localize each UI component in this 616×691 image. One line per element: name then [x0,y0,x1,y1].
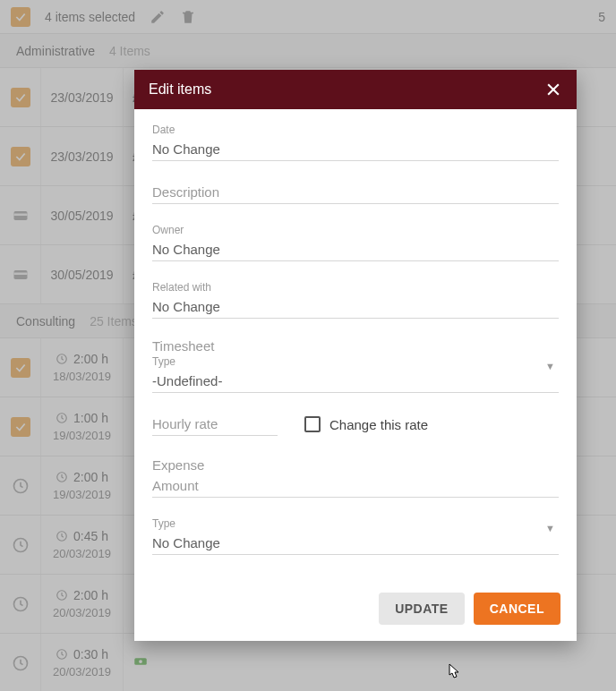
hourly-rate-input[interactable] [152,413,278,436]
related-input[interactable] [152,295,559,319]
close-icon[interactable] [544,81,562,98]
checkbox-icon [304,416,321,432]
change-rate-checkbox[interactable]: Change this rate [304,416,428,432]
expense-section-title: Expense [152,457,559,473]
update-button[interactable]: UPDATE [379,593,465,625]
description-input[interactable] [152,181,559,204]
chevron-down-icon: ▼ [545,361,555,371]
owner-label: Owner [152,224,559,236]
amount-input[interactable] [152,474,559,498]
chevron-down-icon: ▼ [545,523,555,533]
modal-title: Edit items [149,81,211,98]
type2-label: Type [152,517,559,530]
type-select[interactable] [152,370,559,393]
timesheet-section-title: Timesheet [152,338,559,354]
date-label: Date [152,124,559,136]
type2-select[interactable] [152,532,559,555]
cancel-button[interactable]: CANCEL [474,593,560,625]
related-label: Related with [152,281,559,294]
edit-items-modal: Edit items Date Owner Related with Times… [134,70,577,641]
type-label: Type [152,355,559,368]
owner-input[interactable] [152,238,559,261]
modal-header: Edit items [134,70,577,109]
modal-footer: UPDATE CANCEL [134,582,577,641]
date-input[interactable] [152,138,559,161]
